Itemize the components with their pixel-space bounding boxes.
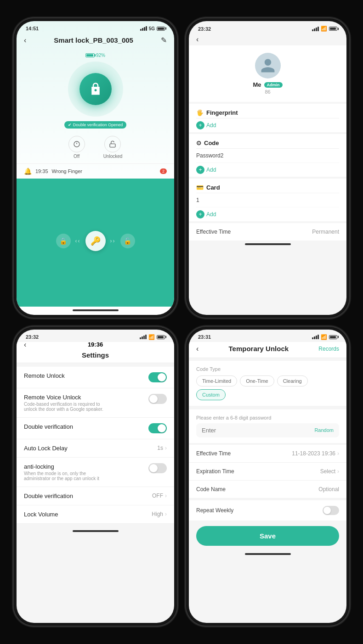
admin-badge: Admin (264, 82, 283, 88)
expiration-time-row[interactable]: Expiration Time Select › (189, 463, 346, 481)
repeat-weekly-toggle[interactable] (323, 506, 339, 515)
auto-lock-item[interactable]: Auto Lock Delay 1s › (17, 439, 174, 458)
battery-icon (329, 27, 337, 31)
lock-display: 92% ✔ Double verification Opened (17, 48, 174, 131)
unlocked-control[interactable]: Unlocked (103, 136, 123, 159)
code-item[interactable]: Password2 (196, 149, 339, 163)
bottom-lock-icon[interactable]: 🔒 (56, 234, 71, 248)
lock-volume-item[interactable]: Lock Volume High › (17, 505, 174, 524)
type-one-time[interactable]: One-Time (240, 375, 274, 386)
double-verify-toggle[interactable] (148, 423, 167, 433)
records-link[interactable]: Records (318, 346, 339, 352)
add-circle-icon: + (196, 166, 204, 174)
lock-icon (89, 82, 102, 96)
profile-section: Me Admin 86 (189, 45, 346, 102)
phone1-status-bar: 14:51 5G (17, 21, 174, 33)
repeat-weekly-label: Repeat Weekly (196, 507, 233, 514)
password-input[interactable] (202, 427, 314, 434)
chevron-right-icon: › (337, 468, 339, 475)
effective-time-row[interactable]: Effective Time 11-18-2023 19:36 › (189, 445, 346, 463)
phone2-status-icons: 📶 (312, 26, 337, 32)
bottom-unlock-icon[interactable]: 🔓 (120, 234, 135, 248)
chevron-right-icon: › (165, 445, 167, 451)
home-indicator (245, 243, 291, 245)
code-name-label: Code Name (196, 486, 226, 493)
type-clearing[interactable]: Clearing (277, 375, 308, 386)
battery-status: 92% (85, 53, 105, 58)
battery-icon (157, 335, 165, 339)
expiration-label: Expiration Time (196, 468, 234, 475)
lock-controls: Off Unlocked (17, 131, 174, 163)
toggle-knob (149, 464, 158, 472)
double-verify2-right: OFF › (152, 493, 167, 499)
double-verify2-item[interactable]: Double verification OFF › (17, 487, 174, 505)
phone2-frame: 23:32 📶 ‹ Me Ad (186, 18, 349, 318)
phone3-status-bar: 23:32 📶 (17, 330, 174, 342)
key-button[interactable]: 🔑 (85, 231, 106, 251)
anti-lock-label: anti-locking (24, 463, 107, 470)
code-type-label: Code Type (196, 366, 339, 372)
phone4-status-icons: 📶 (312, 334, 337, 340)
phone1-time: 14:51 (26, 26, 39, 31)
lock-battery-icon (85, 53, 95, 57)
card-item[interactable]: 1 (196, 193, 339, 207)
auto-lock-label: Auto Lock Delay (24, 445, 68, 452)
lock-volume-right: High › (152, 511, 167, 517)
remote-voice-toggle[interactable] (148, 394, 167, 404)
chevron-right-icon: › (165, 511, 167, 517)
anti-lock-item[interactable]: anti-locking When the mode is on, only t… (17, 458, 174, 487)
save-button[interactable]: Save (196, 526, 339, 546)
battery-icon (157, 27, 165, 31)
lock-circle[interactable] (68, 62, 123, 117)
avatar (255, 53, 281, 78)
phone3-time: 23:32 (26, 334, 39, 340)
home-indicator (73, 309, 119, 311)
back-icon[interactable]: ‹ (24, 341, 26, 349)
phone2-header: ‹ (189, 34, 346, 45)
alert-text: Wrong Finger (52, 168, 82, 174)
fingerprint-header: 🖐 Fingerprint (196, 104, 339, 118)
double-verify-item[interactable]: Double verification (17, 418, 174, 439)
off-control[interactable]: Off (68, 136, 85, 159)
repeat-weekly-row: Repeat Weekly (189, 500, 346, 521)
phone1-screen: 14:51 5G ‹ Smart lock_PB_003_005 ✎ (17, 21, 174, 315)
remote-voice-item[interactable]: Remote Voice Unlock Code-based verificat… (17, 388, 174, 418)
phone2-screen: 23:32 📶 ‹ Me Ad (189, 21, 346, 315)
back-icon[interactable]: ‹ (196, 345, 199, 353)
code-add-button[interactable]: + Add (196, 163, 339, 177)
code-section: ⊙ Code Password2 + Add (189, 134, 346, 177)
effective-time-row: Effective Time Permanent (189, 223, 346, 241)
password-input-row: Random (196, 423, 339, 437)
info-rows: Effective Time 11-18-2023 19:36 › Expira… (189, 445, 346, 498)
left-arrows: ‹‹ (75, 238, 81, 244)
edit-icon[interactable]: ✎ (161, 36, 167, 45)
fingerprint-icon: 🖐 (196, 109, 204, 116)
type-time-limited[interactable]: Time-Limited (196, 375, 237, 386)
remote-unlock-item[interactable]: Remote Unlock (17, 367, 174, 388)
remote-unlock-toggle[interactable] (148, 372, 167, 382)
svg-rect-2 (110, 144, 115, 147)
toggle-knob (158, 424, 166, 432)
code-name-row[interactable]: Code Name Optional (189, 481, 346, 498)
temp-unlock-title: Temporary Unlock (229, 345, 289, 353)
expiration-val: Select › (320, 468, 339, 475)
back-icon[interactable]: ‹ (196, 35, 199, 43)
type-custom[interactable]: Custom (196, 389, 226, 400)
phone1-status-icons: 5G (140, 26, 165, 31)
double-verify2-val: OFF (152, 493, 163, 499)
add-circle-icon: + (196, 121, 204, 129)
double-verify-label: Double verification (24, 423, 73, 430)
phone1-frame: 14:51 5G ‹ Smart lock_PB_003_005 ✎ (14, 18, 177, 318)
card-add-button[interactable]: + Add (196, 207, 339, 221)
lock-volume-val: High (152, 511, 163, 517)
random-button[interactable]: Random (314, 427, 334, 433)
code-type-section: Code Type Time-Limited One-Time Clearing… (189, 361, 346, 406)
phone3-status-icons: 📶 (140, 334, 165, 340)
back-icon[interactable]: ‹ (24, 36, 26, 45)
profile-name: Me Admin (253, 81, 282, 88)
lock-button[interactable] (79, 73, 112, 105)
add-circle-icon: + (196, 210, 204, 218)
code-type-row: Time-Limited One-Time Clearing Custom (196, 375, 339, 400)
fingerprint-add-button[interactable]: + Add (196, 118, 339, 132)
anti-lock-toggle[interactable] (148, 463, 167, 473)
